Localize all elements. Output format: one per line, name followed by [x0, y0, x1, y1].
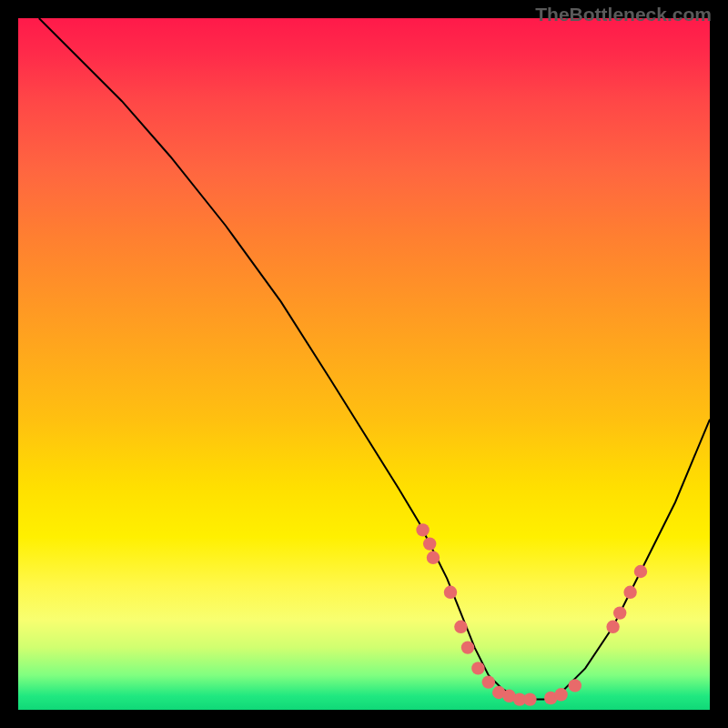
- curve-marker: [471, 662, 484, 674]
- curve-marker: [423, 537, 436, 550]
- curve-marker: [623, 586, 636, 599]
- curve-path: [39, 18, 710, 700]
- curve-marker: [461, 641, 474, 653]
- chart-svg: [18, 18, 710, 710]
- curve-marker: [613, 606, 626, 619]
- curve-marker: [634, 565, 647, 578]
- curve-marker: [523, 693, 536, 705]
- curve-marker: [569, 679, 581, 692]
- curve-markers: [416, 523, 647, 706]
- watermark-text: TheBottleneck.com: [535, 4, 712, 25]
- curve-marker: [554, 688, 567, 701]
- curve-marker: [427, 551, 440, 564]
- curve-marker: [416, 523, 429, 536]
- curve-marker: [606, 621, 619, 633]
- plot-area: [18, 18, 710, 710]
- curve-marker: [444, 586, 457, 599]
- curve-marker: [482, 675, 495, 688]
- curve-marker: [454, 621, 467, 633]
